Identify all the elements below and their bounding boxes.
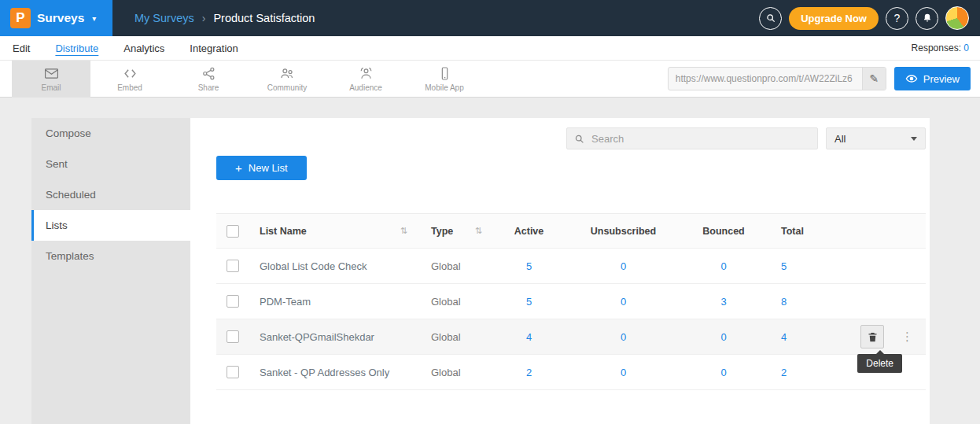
header-list-name[interactable]: List Name (260, 226, 307, 237)
product-name: Surveys (37, 11, 84, 25)
edit-url-button[interactable]: ✎ (862, 68, 886, 90)
active-count-link[interactable]: 5 (492, 260, 566, 272)
header-active: Active (492, 226, 566, 237)
lists-panel: All + New List List Name ⇅ Type ⇅ Active (190, 118, 930, 424)
responses-label: Responses: (912, 42, 961, 53)
header-total: Total (767, 226, 830, 237)
toolbar-item-email[interactable]: Email (12, 61, 90, 98)
upgrade-now-button[interactable]: Upgrade Now (789, 7, 879, 30)
select-all-checkbox[interactable] (227, 225, 239, 238)
unsubscribed-count[interactable]: 0 (566, 367, 680, 378)
list-name-link[interactable]: Global List Code Check (260, 260, 367, 272)
total-count-link[interactable]: 5 (767, 260, 830, 272)
sort-icon[interactable]: ⇅ (475, 226, 482, 236)
list-type: Global (431, 260, 461, 272)
active-count-link[interactable]: 4 (492, 331, 566, 343)
kebab-menu-icon[interactable]: ⋮ (901, 330, 913, 344)
toolbar-item-label: Audience (349, 83, 382, 92)
row-checkbox[interactable] (227, 330, 239, 343)
unsubscribed-count[interactable]: 0 (566, 296, 680, 308)
search-input[interactable] (590, 132, 810, 146)
responses-counter[interactable]: Responses: 0 (912, 42, 980, 53)
chevron-down-icon: ▾ (92, 14, 96, 23)
list-type: Global (431, 367, 461, 378)
toolbar-item-label: Share (198, 83, 219, 92)
list-name-link[interactable]: Sanket - QP Addresses Only (260, 367, 389, 378)
list-name-link[interactable]: PDM-Team (260, 296, 311, 308)
tab-integration[interactable]: Integration (177, 42, 250, 54)
toolbar-item-mobile-app[interactable]: Mobile App (405, 61, 484, 98)
bell-icon (922, 13, 933, 24)
toolbar-item-community[interactable]: Community (248, 61, 326, 98)
search-icon (765, 13, 776, 24)
plus-icon: + (235, 161, 242, 175)
survey-url-input[interactable] (669, 73, 862, 84)
embed-code-icon (123, 66, 138, 81)
sidebar-item-templates[interactable]: Templates (31, 241, 190, 271)
breadcrumb: My Surveys › Product Satisfaction (134, 12, 315, 24)
list-type: Global (431, 296, 461, 308)
preview-button[interactable]: Preview (894, 67, 971, 90)
table-row: Global List Code Check Global 5 0 0 5 (216, 249, 926, 284)
active-count-link[interactable]: 2 (492, 367, 566, 378)
toolbar-item-embed[interactable]: Embed (90, 61, 169, 98)
help-button[interactable]: ? (886, 7, 908, 30)
tab-distribute[interactable]: Distribute (42, 42, 111, 54)
sort-icon[interactable]: ⇅ (400, 226, 407, 236)
toolbar-item-share[interactable]: Share (169, 61, 248, 98)
community-icon (280, 66, 295, 81)
toolbar-item-label: Embed (117, 83, 142, 92)
table-row: PDM-Team Global 5 0 3 8 (216, 284, 926, 319)
row-actions: ⋮ (830, 319, 926, 354)
eye-icon (905, 72, 918, 85)
surveys-menu[interactable]: P Surveys ▾ (0, 0, 112, 36)
filter-dropdown[interactable]: All (826, 127, 926, 149)
unsubscribed-count[interactable]: 0 (566, 260, 680, 272)
header-type[interactable]: Type (431, 226, 453, 237)
bounced-count[interactable]: 0 (680, 367, 767, 378)
unsubscribed-count[interactable]: 0 (566, 331, 680, 343)
pencil-icon: ✎ (869, 72, 879, 85)
new-list-button[interactable]: + New List (216, 156, 307, 180)
delete-list-button[interactable] (860, 325, 884, 348)
search-icon (574, 134, 584, 144)
sidebar-item-scheduled[interactable]: Scheduled (31, 179, 190, 210)
header-unsubscribed: Unsubscribed (566, 226, 680, 237)
sidebar-item-lists[interactable]: Lists (31, 210, 190, 241)
main-content: Compose Sent Scheduled Lists Templates A… (31, 118, 930, 424)
total-count-link[interactable]: 2 (767, 367, 830, 378)
table-header-row: List Name ⇅ Type ⇅ Active Unsubscribed B… (216, 213, 926, 249)
row-checkbox[interactable] (227, 260, 239, 272)
total-count-link[interactable]: 8 (767, 296, 830, 308)
user-avatar[interactable] (945, 6, 969, 30)
sidebar-item-sent[interactable]: Sent (31, 149, 190, 179)
bounced-count[interactable]: 0 (680, 260, 767, 272)
list-type: Global (431, 331, 461, 343)
search-button[interactable] (759, 7, 782, 30)
delete-tooltip: Delete (857, 354, 902, 373)
row-checkbox[interactable] (227, 295, 239, 308)
active-count-link[interactable]: 5 (492, 296, 566, 308)
lists-table: List Name ⇅ Type ⇅ Active Unsubscribed B… (216, 213, 926, 390)
breadcrumb-separator: › (202, 12, 206, 24)
bounced-count[interactable]: 3 (680, 296, 767, 308)
preview-label: Preview (923, 73, 960, 85)
toolbar-item-audience[interactable]: Audience (326, 61, 405, 98)
list-search-box (566, 127, 818, 149)
bounced-count[interactable]: 0 (680, 331, 767, 343)
breadcrumb-my-surveys[interactable]: My Surveys (134, 12, 194, 24)
survey-nav: Edit Distribute Analytics Integration Re… (0, 36, 980, 61)
notifications-button[interactable] (916, 7, 938, 30)
top-bar: P Surveys ▾ My Surveys › Product Satisfa… (0, 0, 980, 36)
list-name-link[interactable]: Sanket-QPGmailShekdar (260, 331, 374, 343)
row-checkbox[interactable] (227, 366, 239, 378)
filter-selected-value: All (834, 133, 846, 145)
tab-edit[interactable]: Edit (0, 42, 42, 54)
sidebar-item-compose[interactable]: Compose (31, 118, 190, 149)
total-count-link[interactable]: 4 (767, 331, 830, 343)
tab-analytics[interactable]: Analytics (111, 42, 177, 54)
toolbar-item-label: Community (267, 83, 308, 92)
trash-icon (867, 331, 879, 343)
panel-controls: All (190, 118, 930, 149)
question-mark-icon: ? (894, 12, 901, 24)
